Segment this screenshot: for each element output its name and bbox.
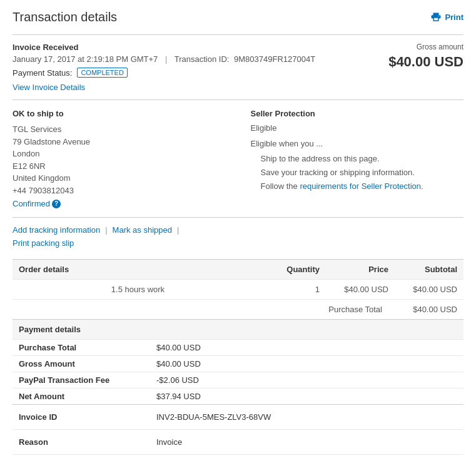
info-row-label-1: Reason xyxy=(19,437,156,447)
payment-row-value-3: $37.94 USD xyxy=(156,392,201,401)
print-label: Print xyxy=(445,13,463,22)
invoice-date: January 17, 2017 at 2:19:18 PM GMT+7 xyxy=(13,54,158,64)
seller-bullet-2: Save your tracking or shipping informati… xyxy=(251,166,464,180)
order-total-label: Purchase Total xyxy=(328,305,382,314)
invoice-title: Invoice Received xyxy=(13,43,315,52)
seller-eligible: Eligible xyxy=(251,123,464,133)
payment-rows-container: Purchase Total $40.00 USD Gross Amount $… xyxy=(13,339,463,404)
invoice-right: Gross amount $40.00 USD xyxy=(388,43,463,70)
invoice-top: Invoice Received January 17, 2017 at 2:1… xyxy=(13,43,463,92)
action-sep-1: | xyxy=(105,225,107,235)
payment-row-value-2: -$2.06 USD xyxy=(156,375,199,385)
order-col-subtotal-header: Subtotal xyxy=(388,265,457,274)
info-row-0: Invoice ID INV2-BDUA-5MES-ZLV3-68VW xyxy=(13,405,463,430)
page-title: Transaction details xyxy=(13,10,117,24)
ship-seller-section: OK to ship to TGL Services 79 Gladstone … xyxy=(13,99,463,217)
order-details-section: Order details Quantity Price Subtotal 1.… xyxy=(13,259,463,319)
order-item-desc: 1.5 hours work xyxy=(19,285,257,294)
info-row-value-0: INV2-BDUA-5MES-ZLV3-68VW xyxy=(156,412,271,422)
info-section: Invoice ID INV2-BDUA-5MES-ZLV3-68VW Reas… xyxy=(13,404,463,458)
info-row-1: Reason Invoice xyxy=(13,430,463,455)
order-total-row: Purchase Total $40.00 USD xyxy=(13,299,463,319)
transaction-id-value: 9M803749FR127004T xyxy=(234,54,315,64)
order-col-price-header: Price xyxy=(320,265,388,274)
order-item-price: $40.00 USD xyxy=(320,285,388,294)
info-row-label-0: Invoice ID xyxy=(19,412,156,422)
ship-address2: London xyxy=(13,148,226,160)
order-details-title: Order details xyxy=(19,265,257,274)
order-total-value: $40.00 USD xyxy=(388,305,457,314)
confirmed-label: Confirmed xyxy=(13,199,50,208)
payment-row-value-0: $40.00 USD xyxy=(156,343,201,352)
view-invoice-link[interactable]: View Invoice Details xyxy=(13,83,85,92)
payment-row-2: PayPal Transaction Fee -$2.06 USD xyxy=(13,372,463,388)
payment-row-0: Purchase Total $40.00 USD xyxy=(13,339,463,355)
gross-amount-value: $40.00 USD xyxy=(388,54,463,70)
seller-protection-link[interactable]: requirements for Seller Protection xyxy=(300,181,421,191)
actions-row-2: Print packing slip xyxy=(13,238,463,248)
page-header: Transaction details Print xyxy=(13,10,463,24)
seller-heading: Seller Protection xyxy=(251,109,464,118)
transaction-id-label: Transaction ID: xyxy=(175,54,230,64)
add-tracking-link[interactable]: Add tracking information xyxy=(13,225,100,235)
order-item-qty: 1 xyxy=(257,285,320,294)
gross-amount-label: Gross amount xyxy=(388,43,463,51)
payment-status-row: Payment Status: COMPLETED xyxy=(13,68,315,78)
payment-status-label: Payment Status: xyxy=(13,68,72,78)
seller-bullet-3-end: . xyxy=(421,181,423,191)
order-details-header: Order details Quantity Price Subtotal xyxy=(13,260,463,279)
invoice-date-row: January 17, 2017 at 2:19:18 PM GMT+7 | T… xyxy=(13,54,315,64)
payment-details-section: Payment details Purchase Total $40.00 US… xyxy=(13,319,463,404)
order-col-qty-header: Quantity xyxy=(257,265,320,274)
seller-bullet-3: Follow the requirements for Seller Prote… xyxy=(251,180,464,193)
invoice-section: Invoice Received January 17, 2017 at 2:1… xyxy=(13,34,463,99)
ship-name: TGL Services xyxy=(13,123,226,136)
action-sep-2: | xyxy=(177,225,179,235)
info-row-2: Paid by TGL Services xyxy=(13,455,463,458)
ship-address4: United Kingdom xyxy=(13,172,226,185)
seller-bullet-3-text: Follow the xyxy=(261,181,300,191)
page-container: Transaction details Print Invoice Receiv… xyxy=(0,0,476,458)
payment-row-label-2: PayPal Transaction Fee xyxy=(19,375,156,385)
print-icon xyxy=(430,12,442,23)
order-item-row: 1.5 hours work 1 $40.00 USD $40.00 USD xyxy=(13,279,463,299)
payment-row-3: Net Amount $37.94 USD xyxy=(13,388,463,404)
payment-row-label-0: Purchase Total xyxy=(19,343,156,352)
actions-section: Add tracking information | Mark as shipp… xyxy=(13,217,463,259)
actions-row-1: Add tracking information | Mark as shipp… xyxy=(13,225,463,235)
info-rows-container: Invoice ID INV2-BDUA-5MES-ZLV3-68VW Reas… xyxy=(13,405,463,458)
seller-eligible-when: Eligible when you ... xyxy=(251,139,464,148)
ship-address3: E12 6NR xyxy=(13,160,226,173)
ship-phone: +44 7903812043 xyxy=(13,185,226,197)
mark-shipped-link[interactable]: Mark as shipped xyxy=(113,225,172,235)
print-packing-link[interactable]: Print packing slip xyxy=(13,238,74,248)
payment-details-title: Payment details xyxy=(19,325,457,334)
ship-column: OK to ship to TGL Services 79 Gladstone … xyxy=(13,109,238,208)
date-separator: | xyxy=(165,54,167,64)
seller-bullet-1: Ship to the address on this page. xyxy=(251,152,464,166)
invoice-left: Invoice Received January 17, 2017 at 2:1… xyxy=(13,43,315,92)
info-row-value-1: Invoice xyxy=(156,437,182,447)
status-badge: COMPLETED xyxy=(77,68,127,78)
print-button[interactable]: Print xyxy=(430,12,463,23)
help-icon: ? xyxy=(52,200,61,208)
payment-row-value-1: $40.00 USD xyxy=(156,359,201,369)
payment-row-label-1: Gross Amount xyxy=(19,359,156,369)
ship-heading: OK to ship to xyxy=(13,109,226,118)
payment-row-1: Gross Amount $40.00 USD xyxy=(13,355,463,372)
confirmed-link[interactable]: Confirmed ? xyxy=(13,199,61,208)
order-item-subtotal: $40.00 USD xyxy=(388,285,457,294)
payment-details-header: Payment details xyxy=(13,320,463,339)
ship-address1: 79 Gladstone Avenue xyxy=(13,136,226,148)
seller-column: Seller Protection Eligible Eligible when… xyxy=(238,109,464,208)
payment-row-label-3: Net Amount xyxy=(19,392,156,401)
